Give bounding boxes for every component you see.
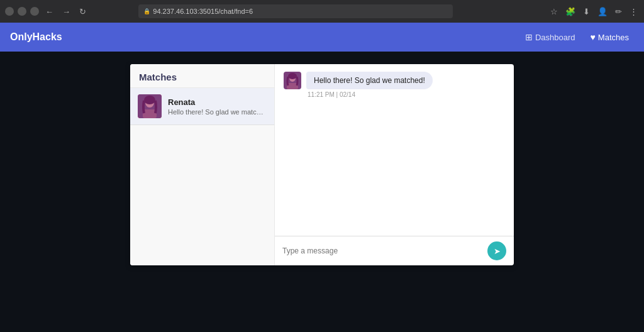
message-bubble: Hello there! So glad we matched! bbox=[306, 72, 433, 89]
match-name: Renata bbox=[168, 97, 267, 107]
matches-nav-link[interactable]: ♥ Matches bbox=[586, 30, 634, 45]
bookmark-icon[interactable]: ☆ bbox=[549, 6, 559, 18]
account-icon[interactable]: 👤 bbox=[596, 6, 609, 18]
close-window-btn[interactable]: × bbox=[5, 7, 14, 16]
messages-area: Hello there! So glad we matched! 11:21 P… bbox=[275, 64, 514, 236]
refresh-button[interactable]: ↻ bbox=[77, 6, 89, 18]
url-text: 94.237.46.103:35015/chat/fnd=6 bbox=[153, 8, 253, 15]
app-brand: OnlyHacks bbox=[10, 31, 520, 43]
navbar-links: ⊞ Dashboard ♥ Matches bbox=[520, 30, 634, 45]
app-navbar: OnlyHacks ⊞ Dashboard ♥ Matches bbox=[0, 23, 644, 52]
send-icon: ➤ bbox=[494, 246, 501, 256]
match-list-item[interactable]: Renata Hello there! So glad we matched! bbox=[130, 88, 274, 125]
extensions-icon[interactable]: 🧩 bbox=[564, 6, 577, 18]
sidebar-title: Matches bbox=[130, 64, 274, 88]
main-content: Matches bbox=[0, 52, 644, 332]
browser-action-buttons: ☆ 🧩 ⬇ 👤 ✏ ⋮ bbox=[549, 6, 639, 18]
chat-sidebar: Matches bbox=[130, 64, 275, 265]
maximize-window-btn[interactable]: □ bbox=[30, 7, 39, 16]
minimize-window-btn[interactable]: – bbox=[18, 7, 26, 16]
browser-window-controls: × – □ bbox=[5, 7, 39, 16]
browser-chrome: × – □ ← → ↻ 🔒 94.237.46.103:35015/chat/f… bbox=[0, 0, 644, 23]
heart-icon: ♥ bbox=[591, 32, 596, 42]
match-info: Renata Hello there! So glad we matched! bbox=[168, 97, 267, 116]
dashboard-nav-link[interactable]: ⊞ Dashboard bbox=[520, 30, 580, 45]
send-message-button[interactable]: ➤ bbox=[487, 241, 506, 260]
message-row: Hello there! So glad we matched! 11:21 P… bbox=[284, 72, 505, 98]
svg-point-3 bbox=[144, 96, 155, 104]
matches-link-label: Matches bbox=[598, 33, 629, 42]
chat-input-area: ➤ bbox=[275, 236, 514, 265]
message-content: Hello there! So glad we matched! 11:21 P… bbox=[306, 72, 505, 98]
message-sender-avatar bbox=[284, 72, 301, 89]
avatar-image bbox=[138, 94, 162, 118]
menu-icon[interactable]: ⋮ bbox=[628, 6, 639, 18]
dashboard-link-label: Dashboard bbox=[535, 33, 575, 42]
svg-point-7 bbox=[288, 73, 297, 79]
forward-button[interactable]: → bbox=[60, 6, 73, 18]
match-avatar bbox=[138, 94, 162, 118]
address-bar[interactable]: 🔒 94.237.46.103:35015/chat/fnd=6 bbox=[138, 4, 453, 18]
grid-icon: ⊞ bbox=[525, 32, 533, 42]
message-timestamp: 11:21 PM | 02/14 bbox=[306, 91, 505, 98]
message-input[interactable] bbox=[282, 246, 482, 255]
edit-icon[interactable]: ✏ bbox=[614, 6, 623, 18]
match-preview-text: Hello there! So glad we matched! bbox=[168, 108, 267, 116]
back-button[interactable]: ← bbox=[43, 6, 56, 18]
download-icon[interactable]: ⬇ bbox=[582, 6, 591, 18]
security-lock-icon: 🔒 bbox=[143, 8, 150, 14]
chat-container: Matches bbox=[130, 64, 514, 265]
chat-area: Hello there! So glad we matched! 11:21 P… bbox=[275, 64, 514, 265]
